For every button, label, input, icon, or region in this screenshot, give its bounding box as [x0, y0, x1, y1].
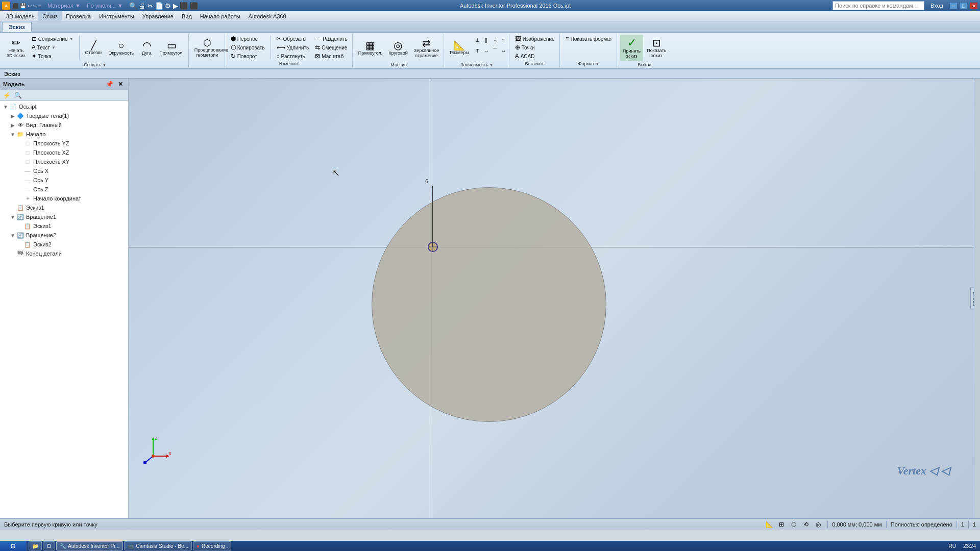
tree-plane-xy[interactable]: □ Плоскость XY: [15, 157, 127, 166]
tree-start[interactable]: ▼ 📁 Начало: [8, 130, 127, 139]
btn-tochki[interactable]: ⊕ Точки: [512, 43, 557, 52]
btn-tekst[interactable]: A Текст ▼: [29, 43, 76, 52]
tree-view[interactable]: ▶ 👁 Вид: Главный: [8, 120, 127, 130]
coord-axes-svg: Z X Y: [143, 436, 174, 466]
tekst-icon: A: [32, 44, 36, 51]
taskbar-notepad[interactable]: 🗒: [43, 541, 55, 550]
tree-vrascenie2[interactable]: ▼ 🔄 Вращение2: [8, 231, 127, 240]
menu-nachalo[interactable]: Начало работы: [196, 11, 244, 21]
taskbar-recording[interactable]: ● Recording .: [193, 541, 231, 550]
tree-solid-bodies[interactable]: ▶ 🔷 Твердые тела(1): [8, 111, 127, 120]
menu-vid[interactable]: Вид: [178, 11, 196, 21]
menu-3d-model[interactable]: 3D-модель: [2, 11, 38, 21]
taskbar-explorer[interactable]: 📁: [29, 541, 42, 550]
btn-sopryazhenie[interactable]: ⊏ Сопряжение ▼: [29, 35, 76, 43]
close-button[interactable]: ✕: [970, 2, 978, 9]
otrezok-icon: ╱: [91, 41, 96, 50]
tree-view-expand[interactable]: ▶: [9, 121, 16, 129]
tree-start-expand[interactable]: ▼: [9, 131, 16, 138]
btn-perenos[interactable]: ⬢ Перенос: [228, 35, 267, 43]
btn-pokazat-format[interactable]: ≡ Показать формат: [563, 35, 615, 43]
menu-upravlenie[interactable]: Управление: [138, 11, 178, 21]
mass-content: ▦ Прямоугол. ◎ Круговой ⇄ Зеркальноеотра…: [356, 35, 442, 61]
btn-rastyatsya[interactable]: ↕ Растянуть: [274, 52, 312, 60]
taskbar-camtasia[interactable]: 📹 Camtasia Studio - Be...: [124, 541, 192, 550]
btn-prinyat-eskiz[interactable]: ✓ Принятьэскиз: [620, 35, 643, 61]
menu-proverka[interactable]: Проверка: [62, 11, 95, 21]
constraint-icon-8[interactable]: ↔: [499, 45, 509, 56]
bottom-icon-1[interactable]: 📐: [764, 519, 774, 530]
btn-acad[interactable]: A ACAD: [512, 52, 557, 60]
btn-pryamougolny[interactable]: ▭ Прямоугол.: [157, 35, 186, 61]
tree-konets-label: Конец детали: [26, 251, 126, 257]
bottom-icon-2[interactable]: ⊞: [776, 519, 787, 530]
sign-in[interactable]: Вход: [930, 3, 943, 9]
tree-vrascenie2-label: Вращение2: [26, 232, 126, 238]
maximize-button[interactable]: □: [960, 2, 968, 9]
sidebar-search-button[interactable]: 🔍: [13, 91, 22, 100]
canvas[interactable]: 6 ↖ Z X Y Vertex ◁: [129, 79, 980, 518]
tree-root[interactable]: ▼ 📄 Ось.ipt: [1, 102, 127, 111]
taskbar-inventor[interactable]: 🔧 Autodesk Inventor Pr...: [56, 541, 123, 550]
format-content: ≡ Показать формат: [563, 35, 615, 60]
btn-okruzhnost[interactable]: ○ Окружность: [106, 35, 137, 61]
tree-origin[interactable]: ✦ Начало координат: [15, 194, 127, 203]
create-content: ✏ Начать3D-эскиз ⊏ Сопряжение ▼ A Текст …: [4, 35, 186, 61]
btn-otrezok[interactable]: ╱ Отрезок: [83, 35, 105, 61]
btn-smeshenie[interactable]: ⇆ Смещение: [312, 43, 350, 52]
btn-razmery[interactable]: 📐 Размеры: [447, 35, 471, 61]
ribbon-group-format: ≡ Показать формат Формат ▼: [561, 34, 617, 67]
constraint-icon-4[interactable]: ≡: [499, 35, 509, 45]
tree-axis-z[interactable]: — Ось Z: [15, 185, 127, 194]
tree-eskiz2[interactable]: 📋 Эскиз2: [15, 240, 127, 249]
tree-axis-y[interactable]: — Ось Y: [15, 176, 127, 185]
tree-eskiz1[interactable]: 📋 Эскиз1: [8, 203, 127, 212]
tree-vrascenie2-expand[interactable]: ▼: [9, 232, 16, 239]
btn-pryamougolny-mass[interactable]: ▦ Прямоугол.: [356, 35, 385, 61]
minimize-button[interactable]: ─: [949, 2, 958, 9]
menu-eskiz[interactable]: Эскиз: [38, 11, 61, 21]
tree-vrascenie1-expand[interactable]: ▼: [9, 213, 16, 220]
tree-solid-expand[interactable]: ▶: [9, 112, 16, 119]
material-dropdown[interactable]: Материал ▼: [47, 3, 81, 9]
tree-vrascenie1-eskiz1[interactable]: 📋 Эскиз1: [15, 221, 127, 231]
bottom-icon-5[interactable]: ◎: [813, 519, 823, 530]
sidebar-pin-button[interactable]: 📌: [105, 80, 114, 89]
insert-label: Вставить: [512, 61, 557, 66]
btn-proects-geometrii[interactable]: ⬡ Проецированиегеометрии: [192, 35, 223, 61]
start-button[interactable]: ⊞: [0, 541, 27, 551]
btn-kopirovat[interactable]: ⬡ Копировать: [228, 43, 267, 52]
tree-plane-yz[interactable]: □ Плоскость YZ: [15, 139, 127, 148]
tree-vrascenie1[interactable]: ▼ 🔄 Вращение1: [8, 212, 127, 221]
status-message: Выберите первую кривую или точку: [4, 521, 97, 528]
btn-krugovy[interactable]: ◎ Круговой: [386, 35, 410, 61]
menu-instruments[interactable]: Инструменты: [95, 11, 138, 21]
tree-axis-x[interactable]: — Ось X: [15, 166, 127, 176]
btn-razdelit[interactable]: — Разделить: [312, 35, 350, 43]
btn-tochka[interactable]: ✦ Точка: [29, 52, 76, 60]
mode-dropdown[interactable]: По умолч... ▼: [87, 3, 123, 9]
btn-obrezat[interactable]: ✂ Обрезать: [274, 35, 312, 43]
btn-povorot[interactable]: ↻ Поворот: [228, 52, 267, 60]
sidebar-close-button[interactable]: ✕: [116, 80, 125, 89]
btn-nachat-eskiz[interactable]: ✏ Начать3D-эскиз: [4, 35, 28, 61]
tree-root-expand[interactable]: ▼: [2, 103, 9, 110]
btn-zerkalnoe[interactable]: ⇄ Зеркальноеотражение: [411, 35, 442, 61]
tree-eskiz2-label: Эскиз2: [33, 241, 126, 247]
menu-a360[interactable]: Autodesk A360: [244, 11, 290, 21]
constraints-label: Зависимость ▼: [447, 62, 506, 67]
sidebar-filter-button[interactable]: ⚡: [2, 91, 11, 100]
pokazat-eskiz-icon: ⊡: [652, 38, 661, 48]
btn-masshtab[interactable]: ⊠ Масштаб: [312, 52, 350, 60]
btn-izobrazhenie[interactable]: 🖼 Изображение: [512, 35, 557, 43]
btn-duga[interactable]: ◠ Дуга: [137, 35, 156, 61]
bottom-icon-4[interactable]: ⟲: [801, 519, 811, 530]
bottom-icon-3[interactable]: ⬡: [789, 519, 799, 530]
project-icon: ⬡: [203, 38, 211, 47]
btn-udlinit[interactable]: ⟷ Удлинить: [274, 43, 312, 52]
tab-eskiz[interactable]: Эскиз: [2, 22, 32, 32]
tree-konets-detali[interactable]: 🏁 Конец детали: [8, 249, 127, 258]
btn-pokazat-eskiz[interactable]: ⊡ Показатьэскиз: [644, 35, 669, 61]
help-search[interactable]: [832, 1, 924, 10]
tree-plane-xz[interactable]: □ Плоскость XZ: [15, 148, 127, 157]
